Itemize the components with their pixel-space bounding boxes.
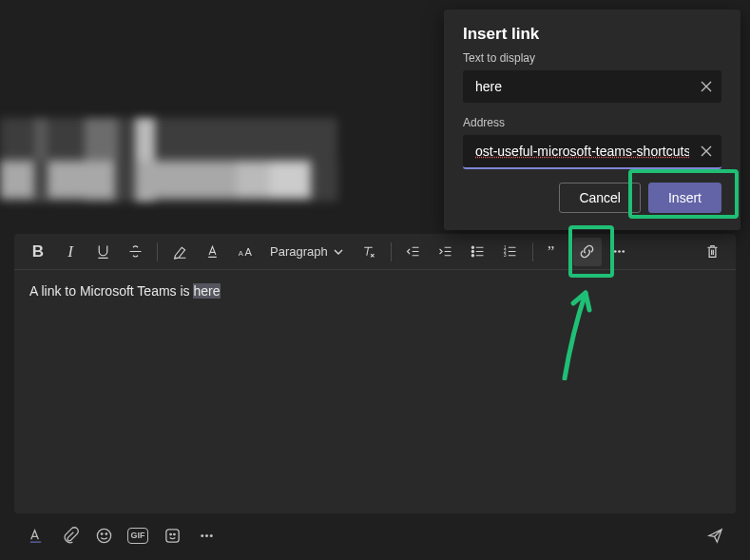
delete-button[interactable] [698, 238, 726, 266]
svg-text:3: 3 [504, 252, 507, 258]
bulleted-list-button[interactable] [464, 238, 492, 266]
message-compose-box: B I AA Paragraph [14, 234, 736, 513]
svg-point-20 [209, 533, 212, 536]
ellipsis-icon [198, 527, 216, 545]
clear-formatting-button[interactable] [355, 238, 383, 266]
svg-text:A: A [238, 249, 243, 258]
svg-point-3 [472, 250, 474, 252]
italic-button[interactable]: I [56, 238, 85, 266]
address-label: Address [463, 116, 721, 129]
more-actions-button[interactable] [195, 524, 218, 547]
paperclip-icon [61, 527, 79, 545]
dialog-title: Insert link [463, 25, 721, 44]
svg-point-18 [201, 533, 203, 536]
redacted-content [0, 118, 337, 202]
svg-text:A: A [244, 246, 252, 258]
svg-point-17 [173, 533, 175, 535]
strikethrough-button[interactable] [121, 238, 149, 266]
svg-point-16 [169, 533, 171, 535]
formatting-toolbar: B I AA Paragraph [14, 234, 736, 270]
toolbar-separator [157, 242, 158, 261]
svg-point-10 [618, 250, 621, 253]
gif-button[interactable]: GIF [126, 524, 149, 547]
more-options-button[interactable] [606, 238, 634, 266]
text-to-display-label: Text to display [463, 51, 721, 65]
indent-button[interactable] [432, 238, 460, 266]
paragraph-style-label: Paragraph [270, 244, 328, 259]
paragraph-style-select[interactable]: Paragraph [262, 238, 351, 266]
insert-button[interactable]: Insert [648, 183, 721, 213]
chevron-down-icon [334, 247, 343, 257]
ellipsis-icon [611, 243, 627, 260]
smiley-icon [95, 527, 113, 545]
dialog-button-row: Cancel Insert [463, 183, 721, 213]
svg-point-12 [97, 529, 110, 542]
sticker-button[interactable] [161, 524, 183, 547]
address-input[interactable] [463, 135, 721, 167]
font-color-button[interactable] [198, 238, 226, 266]
format-icon [27, 527, 45, 545]
highlight-button[interactable] [165, 238, 194, 266]
format-button[interactable] [24, 524, 47, 547]
send-icon [706, 527, 724, 545]
insert-link-dialog: Insert link Text to display Address Canc… [444, 10, 740, 230]
underline-button[interactable] [88, 238, 117, 266]
numbered-list-button[interactable]: 123 [496, 238, 525, 266]
message-editor[interactable]: A link to Microsoft Teams is here [14, 270, 736, 312]
bold-button[interactable]: B [24, 238, 52, 266]
sticker-icon [163, 527, 182, 545]
close-icon[interactable] [699, 79, 714, 94]
svg-text:”: ” [548, 243, 555, 260]
gif-icon: GIF [127, 528, 148, 544]
svg-point-2 [472, 246, 474, 248]
svg-rect-15 [165, 529, 178, 541]
trash-icon [704, 243, 721, 260]
editor-selected-text: here [193, 283, 220, 299]
text-to-display-field-wrap [463, 70, 721, 103]
svg-point-13 [101, 532, 103, 534]
text-to-display-input[interactable] [463, 70, 721, 103]
outdent-button[interactable] [399, 238, 428, 266]
svg-point-9 [614, 250, 617, 253]
toolbar-separator [391, 242, 392, 261]
insert-link-button[interactable] [573, 238, 602, 266]
svg-point-4 [472, 255, 474, 257]
svg-point-11 [623, 250, 625, 253]
compose-action-bar: GIF [14, 518, 736, 552]
send-button[interactable] [703, 524, 726, 547]
address-field-wrap [463, 135, 721, 169]
link-icon [579, 243, 595, 260]
emoji-button[interactable] [92, 524, 115, 547]
editor-text: A link to Microsoft Teams is [29, 283, 193, 299]
font-size-button[interactable]: AA [230, 238, 259, 266]
toolbar-separator [532, 242, 533, 261]
cancel-button[interactable]: Cancel [559, 183, 641, 213]
quote-button[interactable]: ” [541, 238, 569, 266]
attach-button[interactable] [58, 524, 81, 547]
svg-point-19 [204, 533, 207, 536]
close-icon[interactable] [699, 144, 714, 159]
svg-point-14 [106, 532, 107, 534]
